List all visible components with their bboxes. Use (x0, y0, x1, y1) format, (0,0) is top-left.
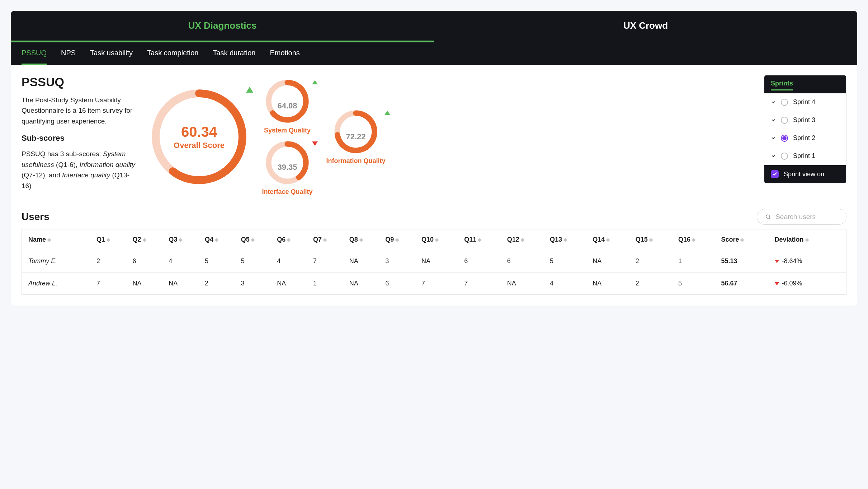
svg-line-9 (769, 218, 770, 219)
sort-icon (435, 238, 439, 242)
sort-icon (143, 238, 146, 242)
column-header-score[interactable]: Score (718, 229, 772, 250)
column-header-q7[interactable]: Q7 (310, 229, 346, 250)
sort-icon (47, 238, 51, 242)
cell-q10: NA (419, 250, 461, 273)
cell-q12: 6 (504, 250, 547, 273)
cell-q8: NA (346, 250, 383, 273)
sprint-label: Sprint 1 (793, 152, 815, 160)
radio-icon (781, 99, 788, 106)
column-header-q8[interactable]: Q8 (346, 229, 383, 250)
cell-q5: 3 (238, 273, 274, 295)
information-quality-donut: 72.22 Information Quality (324, 108, 388, 165)
column-header-deviation[interactable]: Deviation (772, 229, 846, 250)
cell-q16: 1 (675, 250, 718, 273)
sort-icon (692, 238, 695, 242)
table-row: Tommy E.2645547NA3NA665NA2155.13-8.64% (22, 250, 846, 273)
search-users[interactable] (757, 209, 846, 225)
trend-down-icon (312, 141, 318, 146)
cell-q12: NA (504, 273, 547, 295)
users-table: NameQ1Q2Q3Q4Q5Q6Q7Q8Q9Q10Q11Q12Q13Q14Q15… (22, 229, 846, 295)
sub-tab-emotions[interactable]: Emotions (270, 42, 299, 65)
top-tab-ux-diagnostics[interactable]: UX Diagnostics (11, 11, 434, 42)
sub-tab-pssuq[interactable]: PSSUQ (22, 42, 47, 65)
column-header-q2[interactable]: Q2 (130, 229, 166, 250)
cell-q11: 7 (461, 273, 504, 295)
overall-score-label: Overall Score (174, 140, 225, 150)
cell-name: Tommy E. (22, 250, 94, 273)
cell-q9: 3 (382, 250, 419, 273)
sort-icon (478, 238, 481, 242)
sort-icon (323, 238, 327, 242)
cell-score: 55.13 (718, 250, 772, 273)
trend-up-icon (385, 111, 390, 115)
sprint-view-label: Sprint view on (784, 171, 824, 178)
top-tabs: UX DiagnosticsUX Crowd (11, 11, 857, 42)
cell-q16: 5 (675, 273, 718, 295)
column-header-q12[interactable]: Q12 (504, 229, 547, 250)
column-header-q3[interactable]: Q3 (166, 229, 202, 250)
trend-down-icon (775, 282, 779, 285)
sub-tab-nps[interactable]: NPS (61, 42, 76, 65)
sort-icon (740, 238, 744, 242)
column-header-q16[interactable]: Q16 (675, 229, 718, 250)
cell-q9: 6 (382, 273, 419, 295)
sort-icon (521, 238, 524, 242)
sprint-item-sprint-4[interactable]: Sprint 4 (764, 93, 846, 111)
sprint-label: Sprint 3 (793, 116, 815, 124)
cell-score: 56.67 (718, 273, 772, 295)
cell-q15: 2 (633, 250, 675, 273)
cell-q14: NA (590, 273, 632, 295)
sort-icon (107, 238, 110, 242)
column-header-q14[interactable]: Q14 (590, 229, 632, 250)
sort-icon (805, 238, 809, 242)
score-donuts: 60.34 Overall Score 64.08 System Quality (147, 75, 753, 198)
sub-tabs: PSSUQNPSTask usabilityTask completionTas… (11, 42, 857, 65)
sprint-label: Sprint 2 (793, 134, 815, 142)
trend-up-icon (246, 87, 253, 93)
column-header-name[interactable]: Name (22, 229, 94, 250)
information-quality-label: Information Quality (324, 157, 388, 165)
search-icon (765, 213, 771, 220)
interface-quality-label: Interface Quality (259, 188, 316, 196)
column-header-q11[interactable]: Q11 (461, 229, 504, 250)
sprint-item-sprint-3[interactable]: Sprint 3 (764, 111, 846, 129)
subscores-text: PSSUQ has 3 sub-scores: System usefulnes… (22, 149, 136, 191)
radio-icon (781, 135, 788, 142)
top-tab-ux-crowd[interactable]: UX Crowd (434, 11, 857, 42)
column-header-q9[interactable]: Q9 (382, 229, 419, 250)
column-header-q10[interactable]: Q10 (419, 229, 461, 250)
interface-quality-donut: 39.35 Interface Quality (259, 139, 316, 196)
cell-q6: 4 (274, 250, 310, 273)
cell-q2: 6 (130, 250, 166, 273)
sub-tab-task-completion[interactable]: Task completion (147, 42, 198, 65)
cell-q15: 2 (633, 273, 675, 295)
cell-q5: 5 (238, 250, 274, 273)
sprint-view-toggle[interactable]: Sprint view on (764, 165, 846, 183)
interface-quality-value: 39.35 (277, 163, 297, 172)
chevron-down-icon (771, 100, 776, 105)
cell-deviation: -8.64% (772, 250, 846, 273)
subscores-heading: Sub-scores (22, 134, 136, 143)
cell-q6: NA (274, 273, 310, 295)
column-header-q15[interactable]: Q15 (633, 229, 675, 250)
cell-q13: 5 (547, 250, 590, 273)
column-header-q4[interactable]: Q4 (202, 229, 238, 250)
column-header-q13[interactable]: Q13 (547, 229, 590, 250)
cell-deviation: -6.09% (772, 273, 846, 295)
sub-tab-task-duration[interactable]: Task duration (213, 42, 256, 65)
page-title: PSSUQ (22, 75, 136, 89)
chevron-down-icon (771, 136, 776, 141)
sprint-item-sprint-1[interactable]: Sprint 1 (764, 147, 846, 165)
cell-q10: 7 (419, 273, 461, 295)
column-header-q1[interactable]: Q1 (94, 229, 130, 250)
cell-q1: 7 (94, 273, 130, 295)
overall-score-value: 60.34 (174, 124, 225, 140)
sub-tab-task-usability[interactable]: Task usability (90, 42, 133, 65)
search-input[interactable] (775, 213, 838, 221)
sprint-item-sprint-2[interactable]: Sprint 2 (764, 129, 846, 147)
column-header-q5[interactable]: Q5 (238, 229, 274, 250)
cell-q8: NA (346, 273, 383, 295)
column-header-q6[interactable]: Q6 (274, 229, 310, 250)
cell-q4: 5 (202, 250, 238, 273)
